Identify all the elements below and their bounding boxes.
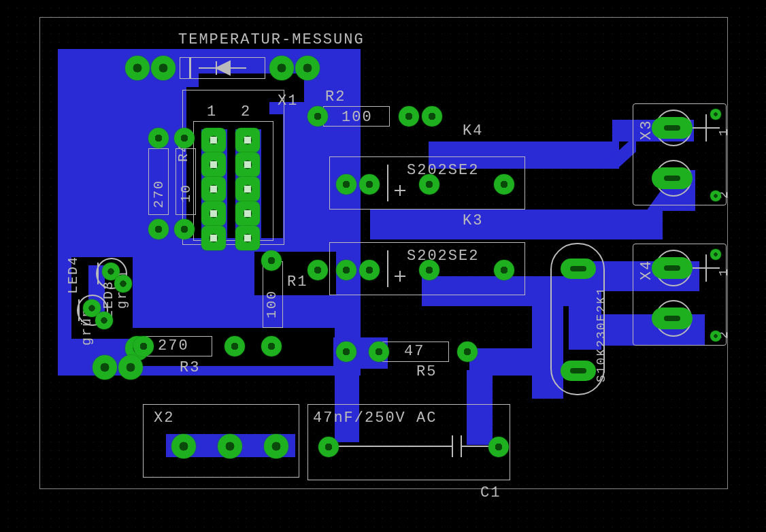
pad-k3-1[interactable] (336, 260, 356, 280)
pad-x2-2[interactable] (218, 434, 242, 459)
silk-diode-band (189, 57, 191, 79)
pad-x3-mount-t[interactable] (710, 109, 721, 120)
pad-top-r2[interactable] (295, 56, 320, 80)
pad-x4-2[interactable] (652, 307, 693, 329)
pad-x1-7[interactable] (201, 201, 226, 226)
pad-bl-1[interactable] (93, 355, 117, 380)
pad-k3-2[interactable] (359, 260, 380, 280)
pad-top-l2[interactable] (151, 56, 176, 80)
label-x4-pin1: 1 (717, 267, 731, 276)
pad-r3-b[interactable] (224, 336, 245, 356)
label-x3-pin1: 1 (717, 127, 731, 136)
pad-x1-10[interactable] (235, 226, 260, 250)
label-varistor: S10K230E2K1 (595, 286, 608, 382)
pad-x1-3[interactable] (201, 152, 226, 177)
pad-x1-4[interactable] (235, 152, 260, 177)
pad-r2-a[interactable] (307, 106, 328, 127)
label-r3: R3 (180, 359, 200, 376)
pad-x3-mount-b[interactable] (710, 190, 721, 201)
label-k3: K3 (463, 212, 483, 229)
label-r2: R2 (325, 88, 346, 105)
pad-r1-mid[interactable] (307, 260, 328, 280)
pad-r1-a[interactable] (261, 250, 282, 271)
pad-k4-3[interactable] (419, 174, 439, 195)
pad-x3-1[interactable] (652, 117, 693, 139)
label-r1-val: 100 (264, 290, 280, 318)
label-r4b-val: 270 (151, 180, 167, 208)
pad-var-bot[interactable] (561, 361, 596, 381)
pad-c1-a[interactable] (318, 437, 339, 457)
label-r4-val: 10 (178, 184, 194, 203)
trace-r5-to-snub (469, 348, 537, 376)
pad-r4a-top[interactable] (148, 128, 169, 148)
label-hdr-2: 2 (241, 103, 251, 120)
label-led4: LED4 (65, 256, 81, 294)
label-k3-part: S202SE2 (407, 248, 479, 265)
pad-x4-1[interactable] (652, 257, 693, 279)
svg-marker-2 (216, 61, 230, 75)
title-text: TEMPERATUR-MESSUNG (178, 31, 365, 48)
pad-led4-b[interactable] (95, 312, 113, 329)
pad-x1-6[interactable] (235, 177, 260, 201)
pad-k3-4[interactable] (494, 260, 514, 280)
label-r1: R1 (287, 273, 307, 290)
pad-r5-a[interactable] (369, 342, 389, 362)
pad-k3-3[interactable] (419, 260, 439, 280)
pad-x1-9[interactable] (201, 226, 226, 250)
label-r5: R5 (416, 363, 437, 380)
label-x2: X2 (154, 410, 174, 427)
label-c1-val: 47nF/250V AC (313, 410, 437, 427)
label-hdr-1: 1 (207, 103, 217, 120)
pad-k4-2[interactable] (359, 174, 380, 195)
pad-var-top[interactable] (561, 259, 596, 279)
pad-x1-1[interactable] (201, 128, 226, 152)
pad-x4-mount-t[interactable] (710, 249, 721, 260)
pad-x1-2[interactable] (235, 128, 260, 152)
pad-k4-1[interactable] (336, 174, 356, 195)
pad-x2-1[interactable] (171, 434, 196, 459)
pad-x4-mount-b[interactable] (710, 331, 721, 342)
label-r2-val: 100 (342, 109, 373, 126)
label-c1: C1 (480, 484, 501, 501)
silk-diode-symbol (199, 59, 246, 78)
silk-c1-symbol (320, 433, 499, 460)
pad-top-r1[interactable] (269, 56, 294, 80)
pad-k4-4[interactable] (494, 174, 514, 195)
pad-c1-b[interactable] (488, 437, 509, 457)
pad-x1-5[interactable] (201, 177, 226, 201)
label-r5-val: 47 (404, 343, 424, 360)
pad-r4b-bot[interactable] (174, 219, 195, 239)
pad-r3-a[interactable] (133, 336, 154, 356)
pad-x3-2[interactable] (652, 167, 693, 189)
pad-r2-b[interactable] (399, 106, 419, 127)
trace-k3-horiz (370, 210, 663, 239)
pad-top-l1[interactable] (125, 56, 150, 80)
label-k4: K4 (463, 122, 483, 139)
pad-led3-b[interactable] (114, 275, 132, 293)
pad-r4b-top[interactable] (174, 128, 195, 148)
pad-r2-c[interactable] (422, 106, 442, 127)
pcb-canvas[interactable]: TEMPERATUR-MESSUNG X1 R2 100 1 2 K4 S202… (0, 0, 766, 532)
pad-x2-3[interactable] (264, 434, 288, 459)
label-k4-part: S202SE2 (407, 162, 479, 179)
pad-r1-b[interactable] (261, 336, 282, 356)
label-x1: X1 (278, 93, 298, 110)
label-r3-val: 270 (158, 337, 189, 354)
pad-r5-b[interactable] (457, 342, 478, 362)
pad-x1-8[interactable] (235, 201, 260, 226)
pad-snub-a[interactable] (336, 342, 356, 362)
pad-bl-2[interactable] (118, 355, 143, 380)
pad-r4a-bot[interactable] (148, 219, 169, 239)
